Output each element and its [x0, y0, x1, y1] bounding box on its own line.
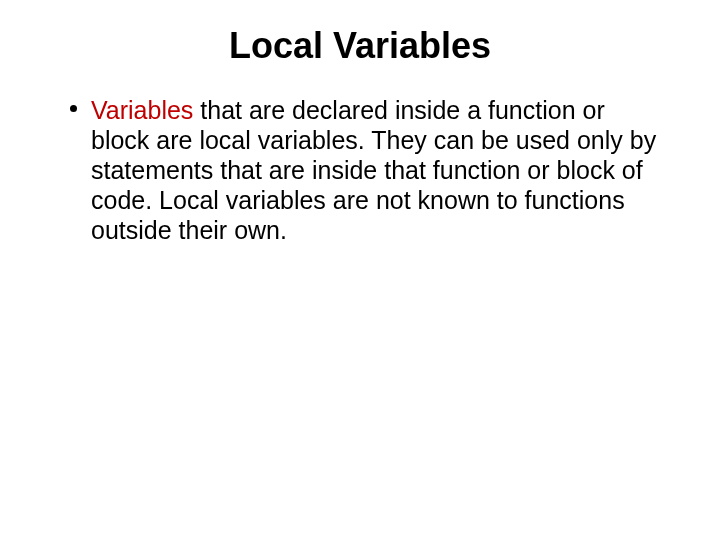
bullet-item: Variables that are declared inside a fun…	[70, 95, 670, 245]
keyword-text: Variables	[91, 96, 193, 124]
slide-title: Local Variables	[50, 25, 670, 67]
bullet-marker-icon	[70, 105, 77, 112]
bullet-text: Variables that are declared inside a fun…	[91, 95, 670, 245]
slide-content: Variables that are declared inside a fun…	[50, 95, 670, 245]
